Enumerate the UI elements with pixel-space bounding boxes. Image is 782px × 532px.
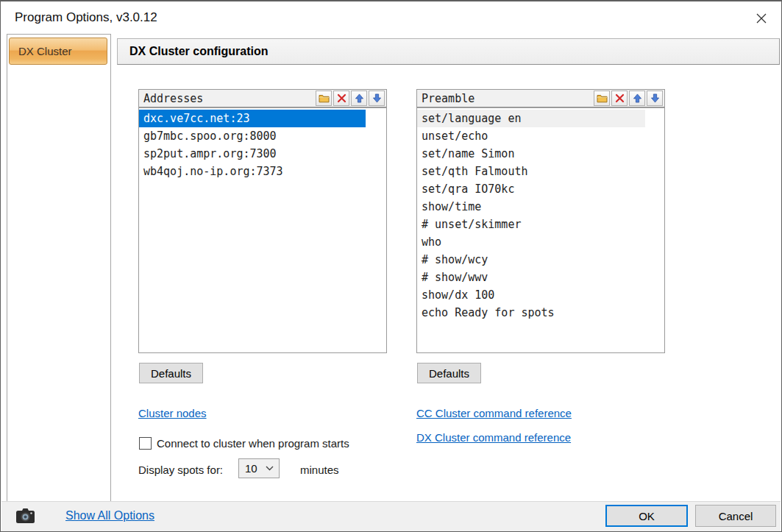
window-title: Program Options, v3.0.12: [15, 10, 157, 25]
arrow-down-icon: [372, 93, 382, 103]
list-item[interactable]: dxc.ve7cc.net:23: [139, 110, 366, 127]
list-item[interactable]: echo Ready for spots: [417, 304, 664, 322]
options-sidebar: DX Cluster: [7, 34, 111, 503]
red-x-icon: [337, 93, 346, 103]
addresses-panel-header: Addresses: [138, 89, 387, 107]
footer-bar: Show All Options OK Cancel: [1, 501, 781, 531]
camera-icon[interactable]: [15, 507, 35, 525]
list-item[interactable]: set/name Simon: [417, 145, 664, 163]
ok-button[interactable]: OK: [605, 505, 688, 527]
list-item[interactable]: wb4qoj.no-ip.org:7373: [139, 163, 386, 180]
close-button[interactable]: [750, 7, 772, 29]
addresses-defaults-button[interactable]: Defaults: [139, 363, 203, 383]
list-item[interactable]: # show/wcy: [417, 251, 664, 269]
preamble-toolbar: [594, 91, 663, 106]
list-item[interactable]: set/language en: [417, 110, 645, 127]
display-spots-value: 10: [245, 462, 257, 475]
addresses-add-button[interactable]: [316, 91, 332, 106]
cc-cluster-reference-link[interactable]: CC Cluster command reference: [416, 407, 572, 419]
preamble-add-button[interactable]: [594, 91, 610, 106]
preamble-title: Preamble: [417, 92, 594, 105]
list-item[interactable]: show/dx 100: [417, 286, 664, 304]
sidebar-item-label: DX Cluster: [18, 45, 72, 57]
arrow-up-icon: [355, 93, 364, 103]
preamble-defaults-button[interactable]: Defaults: [417, 363, 481, 383]
title-bar: Program Options, v3.0.12: [1, 1, 781, 34]
addresses-list: dxc.ve7cc.net:23 gb7mbc.spoo.org:8000 sp…: [138, 107, 387, 353]
addresses-delete-button[interactable]: [333, 91, 349, 106]
connect-on-start-label: Connect to cluster when program starts: [157, 437, 349, 450]
list-item[interactable]: gb7mbc.spoo.org:8000: [139, 127, 386, 145]
cluster-nodes-link[interactable]: Cluster nodes: [138, 407, 207, 419]
close-icon: [754, 11, 769, 26]
preamble-move-up-button[interactable]: [629, 91, 645, 106]
preamble-list: set/language en unset/echo set/name Simo…: [416, 107, 665, 353]
preamble-delete-button[interactable]: [611, 91, 628, 106]
cancel-button[interactable]: Cancel: [695, 505, 776, 527]
list-item[interactable]: who: [417, 233, 664, 251]
section-title: DX Cluster configuration: [129, 45, 268, 58]
dx-cluster-reference-link[interactable]: DX Cluster command reference: [416, 431, 571, 444]
list-item[interactable]: # unset/skimmer: [417, 216, 664, 233]
display-spots-select[interactable]: 10: [238, 458, 280, 478]
list-item[interactable]: unset/echo: [417, 127, 664, 145]
arrow-down-icon: [650, 93, 660, 103]
list-item[interactable]: show/time: [417, 198, 664, 216]
list-item[interactable]: # show/wwv: [417, 269, 664, 286]
preamble-panel-header: Preamble: [416, 89, 665, 107]
addresses-move-down-button[interactable]: [369, 91, 385, 106]
list-item[interactable]: sp2put.ampr.org:7300: [139, 145, 386, 163]
display-spots-label: Display spots for:: [138, 464, 223, 476]
sidebar-item-dx-cluster[interactable]: DX Cluster: [9, 38, 107, 65]
arrow-up-icon: [633, 93, 642, 103]
folder-icon: [597, 93, 608, 103]
display-spots-unit: minutes: [300, 464, 339, 476]
addresses-toolbar: [316, 91, 385, 106]
list-item[interactable]: set/qra IO70kc: [417, 180, 664, 198]
folder-icon: [319, 93, 330, 103]
chevron-down-icon: [266, 466, 274, 471]
show-all-options-link[interactable]: Show All Options: [65, 509, 154, 522]
red-x-icon: [615, 93, 625, 103]
addresses-title: Addresses: [139, 92, 316, 105]
preamble-move-down-button[interactable]: [647, 91, 663, 106]
addresses-move-up-button[interactable]: [351, 91, 367, 106]
section-header: DX Cluster configuration: [117, 38, 780, 65]
program-options-dialog: Program Options, v3.0.12 DX Cluster DX C…: [0, 0, 782, 532]
list-item[interactable]: set/qth Falmouth: [417, 163, 664, 180]
connect-on-start-checkbox[interactable]: [139, 437, 152, 450]
